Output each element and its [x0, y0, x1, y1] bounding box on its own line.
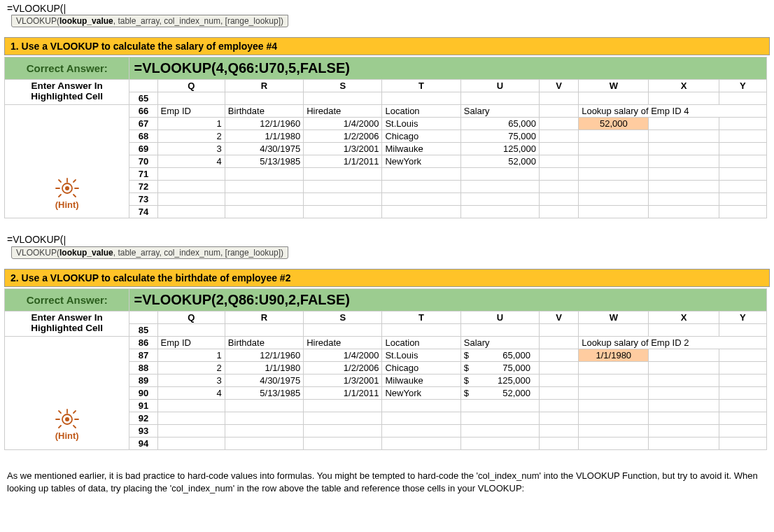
col-U: U: [460, 311, 539, 323]
hdr-empid: Emp ID: [157, 336, 225, 349]
cell[interactable]: 5/13/1985: [225, 155, 303, 168]
col-Y: Y: [719, 80, 766, 92]
hint-button-1[interactable]: (Hint): [5, 168, 129, 218]
hdr-location: Location: [382, 105, 460, 118]
cell[interactable]: 1/1/2011: [304, 386, 382, 399]
svg-line-16: [59, 426, 61, 428]
cell[interactable]: 1/3/2001: [304, 374, 382, 386]
svg-line-6: [73, 180, 76, 182]
cell[interactable]: 1/4/2000: [304, 118, 382, 130]
cell[interactable]: 5/13/1985: [225, 386, 303, 399]
cell[interactable]: 4: [157, 386, 225, 399]
formula-bar-2[interactable]: =VLOOKUP(: [7, 234, 774, 245]
col-W: W: [579, 80, 649, 92]
svg-line-17: [73, 426, 76, 428]
hint-label: (Hint): [55, 200, 79, 210]
formula-bar-1[interactable]: =VLOOKUP(: [7, 3, 774, 14]
cell[interactable]: 1/4/2000: [304, 349, 382, 361]
col-R: R: [225, 80, 303, 92]
col-T: T: [382, 311, 460, 323]
cell[interactable]: 4/30/1975: [225, 143, 303, 155]
cell[interactable]: 1/2/2006: [304, 130, 382, 143]
cell[interactable]: $125,000: [460, 374, 539, 386]
cell[interactable]: St.Louis: [382, 118, 460, 130]
col-Q: Q: [157, 311, 225, 323]
cell[interactable]: Milwauke: [382, 374, 460, 386]
cell[interactable]: 125,000: [460, 143, 539, 155]
lookup-label-2: Lookup salary of Emp ID 2: [579, 336, 767, 349]
cell[interactable]: NewYork: [382, 386, 460, 399]
svg-line-7: [59, 195, 61, 197]
col-R: R: [225, 311, 303, 323]
cell[interactable]: 4/30/1975: [225, 374, 303, 386]
cell[interactable]: 2: [157, 130, 225, 143]
col-Y: Y: [719, 311, 766, 323]
cell[interactable]: 1/1/1980: [225, 361, 303, 374]
cell[interactable]: 52,000: [460, 155, 539, 168]
hdr-salary: Salary: [460, 105, 539, 118]
text-cursor: [64, 236, 65, 246]
hdr-empid: Emp ID: [157, 105, 225, 118]
hint-label: (Hint): [55, 430, 79, 441]
cell[interactable]: 12/1/1960: [225, 118, 303, 130]
row-69: 69: [129, 143, 157, 155]
formula-tooltip-2: VLOOKUP(lookup_value, table_array, col_i…: [11, 246, 288, 259]
col-S: S: [304, 80, 382, 92]
cell[interactable]: 3: [157, 374, 225, 386]
col-V: V: [540, 311, 579, 323]
tooltip-args: , table_array, col_index_num, [range_loo…: [113, 16, 283, 26]
cell[interactable]: 1/3/2001: [304, 143, 382, 155]
row-94: 94: [129, 437, 157, 449]
row-93: 93: [129, 424, 157, 437]
correct-answer-formula: =VLOOKUP(4,Q66:U70,5,FALSE): [129, 57, 767, 80]
cell[interactable]: 1: [157, 118, 225, 130]
cell[interactable]: $52,000: [460, 386, 539, 399]
col-W: W: [579, 311, 649, 323]
row-70: 70: [129, 155, 157, 168]
cell[interactable]: 4: [157, 155, 225, 168]
cell[interactable]: Chicago: [382, 130, 460, 143]
cell[interactable]: 1/2/2006: [304, 361, 382, 374]
answer-cell-2[interactable]: 1/1/1980: [579, 349, 649, 361]
hdr-salary: Salary: [460, 336, 539, 349]
question-2-table: Correct Answer: =VLOOKUP(2,Q86:U90,2,FAL…: [4, 288, 767, 450]
svg-point-1: [65, 186, 69, 190]
tooltip-arg-active: lookup_value: [59, 16, 113, 26]
col-S: S: [304, 311, 382, 323]
lookup-label-1: Lookup salary of Emp ID 4: [579, 105, 767, 118]
footer-paragraph: As we mentioned earlier, it is bad pract…: [7, 470, 767, 495]
lightbulb-icon: [55, 407, 80, 430]
cell[interactable]: 65,000: [460, 118, 539, 130]
hdr-hiredate: Hiredate: [304, 105, 382, 118]
tooltip-args: , table_array, col_index_num, [range_loo…: [113, 248, 283, 258]
cell[interactable]: 1: [157, 349, 225, 361]
enter-answer-instruction: Enter Answer In Highlighted Cell: [5, 80, 129, 105]
question-1-table: Correct Answer: =VLOOKUP(4,Q66:U70,5,FAL…: [4, 57, 767, 218]
cell[interactable]: 75,000: [460, 130, 539, 143]
question-1-bar: 1. Use a VLOOKUP to calculate the salary…: [4, 37, 770, 55]
cell[interactable]: St.Louis: [382, 349, 460, 361]
cell[interactable]: 3: [157, 143, 225, 155]
row-67: 67: [129, 118, 157, 130]
cell[interactable]: 1/1/2011: [304, 155, 382, 168]
formula-typed: =VLOOKUP(: [7, 234, 64, 245]
cell[interactable]: $75,000: [460, 361, 539, 374]
cell[interactable]: 1/1/1980: [225, 130, 303, 143]
formula-typed: =VLOOKUP(: [7, 3, 64, 14]
svg-line-5: [59, 180, 61, 182]
svg-line-14: [59, 411, 61, 413]
col-X: X: [649, 80, 719, 92]
row-88: 88: [129, 361, 157, 374]
cell[interactable]: NewYork: [382, 155, 460, 168]
row-90: 90: [129, 386, 157, 399]
hint-button-2[interactable]: (Hint): [5, 399, 129, 449]
cell[interactable]: 12/1/1960: [225, 349, 303, 361]
answer-cell-1[interactable]: 52,000: [579, 118, 649, 130]
cell[interactable]: 2: [157, 361, 225, 374]
tooltip-fn: VLOOKUP: [16, 16, 57, 26]
cell[interactable]: $65,000: [460, 349, 539, 361]
cell[interactable]: Chicago: [382, 361, 460, 374]
col-Q: Q: [157, 80, 225, 92]
row-65: 65: [129, 92, 157, 105]
cell[interactable]: Milwauke: [382, 143, 460, 155]
